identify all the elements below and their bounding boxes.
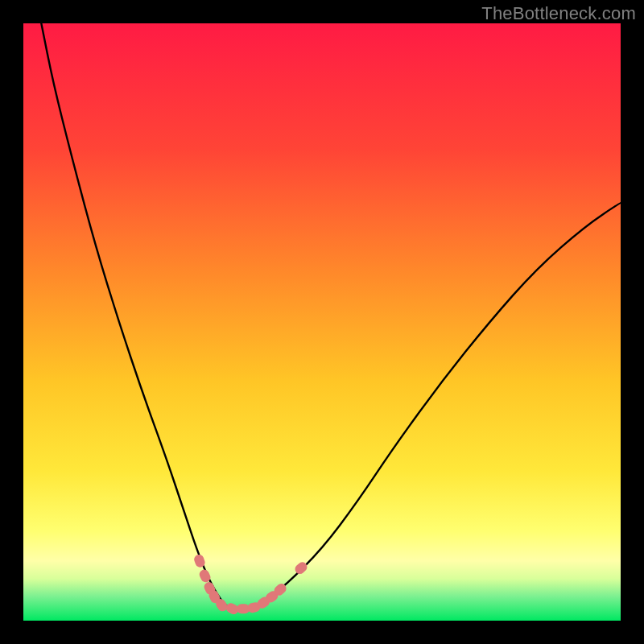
chart-frame: TheBottleneck.com <box>0 0 644 644</box>
chart-svg <box>23 23 621 621</box>
plot-area <box>23 23 621 621</box>
watermark-label: TheBottleneck.com <box>481 3 636 24</box>
heatmap-background <box>23 23 621 621</box>
